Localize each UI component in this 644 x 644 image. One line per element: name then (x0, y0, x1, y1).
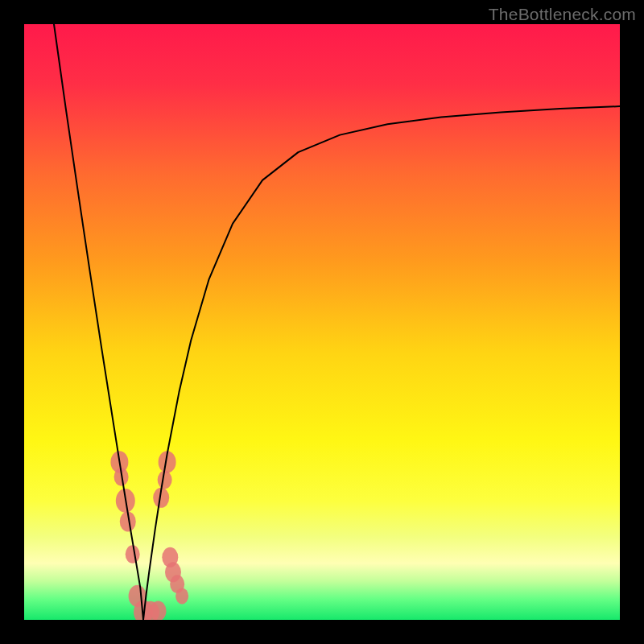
watermark-text: TheBottleneck.com (489, 5, 636, 24)
bottleneck-curve (54, 24, 620, 620)
chart-frame: TheBottleneck.com (0, 0, 644, 644)
scatter-point (126, 545, 140, 564)
plot-area (24, 24, 620, 620)
scatter-point (175, 588, 188, 604)
chart-svg (24, 24, 620, 620)
scatter-point (158, 471, 172, 489)
